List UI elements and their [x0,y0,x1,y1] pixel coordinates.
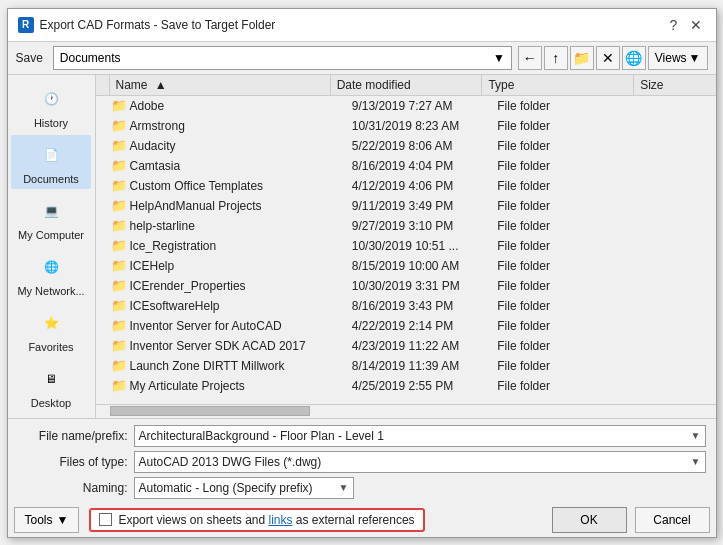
file-type: File folder [497,259,643,273]
sidebar-item-history[interactable]: 🕐 History [11,79,91,133]
sidebar-item-network[interactable]: 🌐 My Network... [11,247,91,301]
cancel-button[interactable]: Cancel [635,507,710,533]
table-row[interactable]: 📁 Adobe 9/13/2019 7:27 AM File folder [96,96,716,116]
file-type: File folder [497,139,643,153]
filetype-label: Files of type: [18,455,128,469]
up-icon: ↑ [552,50,559,66]
table-row[interactable]: 📁 Launch Zone DIRTT Millwork 8/14/2019 1… [96,356,716,376]
table-row[interactable]: 📁 Inventor Server SDK ACAD 2017 4/23/201… [96,336,716,356]
views-arrow: ▼ [689,51,701,65]
file-name: Launch Zone DIRTT Millwork [130,359,352,373]
col-date-header[interactable]: Date modified [331,75,483,95]
save-label: Save [16,51,43,65]
sidebar: 🕐 History 📄 Documents 💻 My Computer 🌐 My… [8,75,96,418]
col-name-label: Name [116,78,148,92]
file-date: 8/16/2019 3:43 PM [352,299,498,313]
filename-arrow: ▼ [691,430,701,441]
file-name: Ice_Registration [130,239,352,253]
header-indent [96,75,110,95]
folder-icon: 📁 [110,118,128,133]
file-date: 9/27/2019 3:10 PM [352,219,498,233]
up-button[interactable]: ↑ [544,46,568,70]
naming-combo[interactable]: Automatic - Long (Specify prefix) ▼ [134,477,354,499]
sidebar-item-favorites[interactable]: ⭐ Favorites [11,303,91,357]
export-row: Export views on sheets and links as exte… [89,508,424,532]
file-type: File folder [497,339,643,353]
file-date: 9/11/2019 3:49 PM [352,199,498,213]
file-name: help-starline [130,219,352,233]
file-date: 8/15/2019 10:00 AM [352,259,498,273]
delete-icon: ✕ [602,50,614,66]
sidebar-item-my-computer[interactable]: 💻 My Computer [11,191,91,245]
filetype-row: Files of type: AutoCAD 2013 DWG Files (*… [18,451,706,473]
file-name: Inventor Server for AutoCAD [130,319,352,333]
filename-combo[interactable]: ArchitecturalBackground - Floor Plan - L… [134,425,706,447]
close-button[interactable]: ✕ [686,15,706,35]
file-date: 4/23/2019 11:22 AM [352,339,498,353]
tools-button[interactable]: Tools ▼ [14,507,80,533]
folder-icon: 📁 [110,178,128,193]
table-row[interactable]: 📁 ICErender_Properties 10/30/2019 3:31 P… [96,276,716,296]
toolbar-buttons: ← ↑ 📁 ✕ 🌐 Views ▼ [518,46,708,70]
file-type: File folder [497,199,643,213]
table-row[interactable]: 📁 Audacity 5/22/2019 8:06 AM File folder [96,136,716,156]
file-name: Adobe [130,99,352,113]
tools-arrow: ▼ [57,513,69,527]
table-row[interactable]: 📁 Inventor Server for AutoCAD 4/22/2019 … [96,316,716,336]
sidebar-icon-history: 🕐 [31,83,71,115]
folder-icon: 📁 [110,138,128,153]
folder-icon: 📁 [110,358,128,373]
table-row[interactable]: 📁 Custom Office Templates 4/12/2019 4:06… [96,176,716,196]
col-type-header[interactable]: Type [482,75,634,95]
export-checkbox[interactable] [99,513,112,526]
folder-icon: 📁 [110,338,128,353]
sidebar-icon-favorites: ⭐ [31,307,71,339]
new-folder-button[interactable]: 📁 [570,46,594,70]
help-button[interactable]: ? [664,15,684,35]
location-combo[interactable]: Documents ▼ [53,46,512,70]
app-icon: R [18,17,34,33]
action-buttons: OK Cancel [552,507,710,533]
file-list-body[interactable]: 📁 Adobe 9/13/2019 7:27 AM File folder 📁 … [96,96,716,404]
views-button[interactable]: Views ▼ [648,46,708,70]
sidebar-label-favorites: Favorites [28,341,73,353]
dialog-title: Export CAD Formats - Save to Target Fold… [40,18,276,32]
table-row[interactable]: 📁 HelpAndManual Projects 9/11/2019 3:49 … [96,196,716,216]
bottom-form: File name/prefix: ArchitecturalBackgroun… [8,418,716,503]
sidebar-icon-documents: 📄 [31,139,71,171]
sidebar-label-network: My Network... [17,285,84,297]
table-row[interactable]: 📁 help-starline 9/27/2019 3:10 PM File f… [96,216,716,236]
col-size-header[interactable]: Size [634,75,715,95]
file-date: 10/31/2019 8:23 AM [352,119,498,133]
sidebar-item-documents[interactable]: 📄 Documents [11,135,91,189]
network-folder-button[interactable]: 🌐 [622,46,646,70]
sidebar-item-desktop[interactable]: 🖥 Desktop [11,359,91,413]
table-row[interactable]: 📁 My Articulate Projects 4/25/2019 2:55 … [96,376,716,396]
delete-button[interactable]: ✕ [596,46,620,70]
filetype-combo[interactable]: AutoCAD 2013 DWG Files (*.dwg) ▼ [134,451,706,473]
h-scrollbar-thumb[interactable] [110,406,310,416]
h-scrollbar[interactable] [96,404,716,418]
main-area: 🕐 History 📄 Documents 💻 My Computer 🌐 My… [8,75,716,418]
table-row[interactable]: 📁 ICEHelp 8/15/2019 10:00 AM File folder [96,256,716,276]
file-date: 8/16/2019 4:04 PM [352,159,498,173]
file-date: 9/13/2019 7:27 AM [352,99,498,113]
col-name-header[interactable]: Name ▲ [110,75,331,95]
table-row[interactable]: 📁 ICEsoftwareHelp 8/16/2019 3:43 PM File… [96,296,716,316]
file-name: My Articulate Projects [130,379,352,393]
export-label-text: Export views on sheets and [118,513,268,527]
folder-icon: 📁 [110,238,128,253]
file-date: 4/12/2019 4:06 PM [352,179,498,193]
file-type: File folder [497,359,643,373]
export-link[interactable]: links [269,513,293,527]
table-row[interactable]: 📁 Camtasia 8/16/2019 4:04 PM File folder [96,156,716,176]
table-row[interactable]: 📁 Armstrong 10/31/2019 8:23 AM File fold… [96,116,716,136]
file-name: Inventor Server SDK ACAD 2017 [130,339,352,353]
ok-button[interactable]: OK [552,507,627,533]
sidebar-icon-network: 🌐 [31,251,71,283]
folder-icon: 📁 [110,298,128,313]
export-label: Export views on sheets and links as exte… [118,513,414,527]
back-button[interactable]: ← [518,46,542,70]
table-row[interactable]: 📁 Ice_Registration 10/30/2019 10:51 ... … [96,236,716,256]
file-type: File folder [497,179,643,193]
